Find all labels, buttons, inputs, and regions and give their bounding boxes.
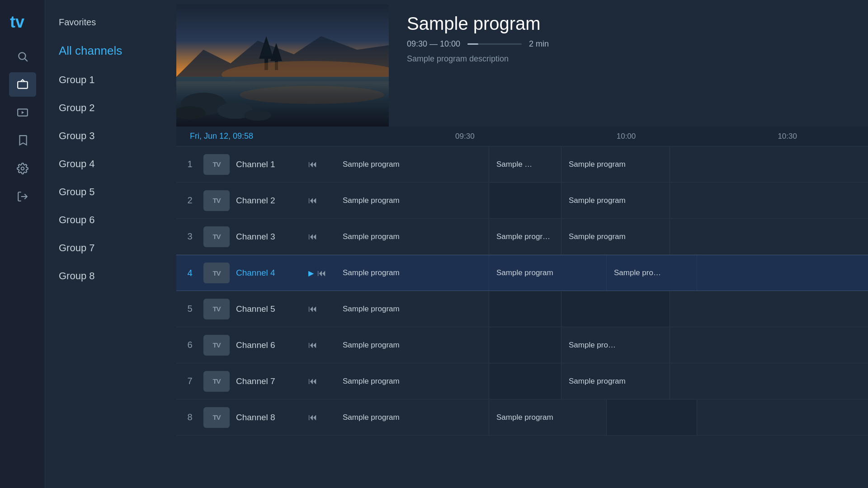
channel-name-4: Channel 4	[236, 268, 308, 278]
history-icon-2[interactable]: ⏮	[308, 195, 317, 206]
progress-bar-container	[467, 43, 522, 45]
history-icon-8[interactable]: ⏮	[308, 412, 317, 422]
channel-row-8[interactable]: 8 TV Channel 8 ⏮ Sample programSample pr…	[176, 399, 868, 436]
group4-item[interactable]: Group 4	[45, 150, 176, 178]
time-header: Fri, Jun 12, 09:58 09:30 10:00 10:30	[176, 127, 868, 146]
group5-item[interactable]: Group 5	[45, 178, 176, 206]
channel-number-5: 5	[176, 304, 203, 314]
epg-cell-2-3[interactable]: Sample program	[561, 183, 670, 218]
channel-row-6[interactable]: 6 TV Channel 6 ⏮ Sample programSample pr…	[176, 327, 868, 363]
channel-icons-8: ⏮	[308, 412, 335, 422]
epg-programs-3: Sample programSample progr…Sample progra…	[335, 219, 868, 254]
exit-nav-item[interactable]	[9, 184, 36, 209]
history-icon-4[interactable]: ⏮	[317, 268, 326, 278]
channel-icons-2: ⏮	[308, 195, 335, 206]
video-preview[interactable]	[176, 5, 389, 127]
time-slot-3: 10:30	[707, 132, 868, 141]
svg-point-24	[240, 86, 384, 104]
channel-row-2[interactable]: 2 TV Channel 2 ⏮ Sample programSample pr…	[176, 183, 868, 219]
svg-rect-3	[18, 82, 28, 89]
channel-row-1[interactable]: 1 TV Channel 1 ⏮ Sample programSample …S…	[176, 146, 868, 183]
program-duration: 2 min	[529, 39, 549, 49]
channel-row-7[interactable]: 7 TV Channel 7 ⏮ Sample programSample pr…	[176, 363, 868, 399]
channel-icons-5: ⏮	[308, 304, 335, 314]
app-logo[interactable]: tv	[9, 9, 36, 32]
group7-item[interactable]: Group 7	[45, 234, 176, 262]
channel-row-4[interactable]: 4 TV Channel 4 ▶ ⏮ Sample programSample …	[176, 255, 868, 291]
epg-empty-5-2	[489, 291, 561, 327]
epg-cell-7-3[interactable]: Sample program	[561, 364, 670, 399]
epg-cell-7-1[interactable]: Sample program	[335, 364, 489, 399]
epg-cell-4-3[interactable]: Sample pro…	[607, 255, 697, 291]
epg-cell-3-2[interactable]: Sample progr…	[489, 219, 561, 254]
epg-programs-2: Sample programSample program	[335, 183, 868, 218]
channel-number-8: 8	[176, 412, 203, 422]
channel-number-2: 2	[176, 195, 203, 206]
epg-cell-3-3[interactable]: Sample program	[561, 219, 670, 254]
program-time-row: 09:30 — 10:00 2 min	[407, 39, 850, 49]
channel-icons-7: ⏮	[308, 376, 335, 386]
channel-name-7: Channel 7	[236, 376, 308, 386]
channel-logo-1: TV	[203, 154, 230, 175]
history-icon-7[interactable]: ⏮	[308, 376, 317, 386]
epg-cell-6-1[interactable]: Sample program	[335, 328, 489, 363]
epg-cell-1-2[interactable]: Sample …	[489, 147, 561, 182]
bookmarks-nav-item[interactable]	[9, 128, 36, 153]
channel-number-3: 3	[176, 231, 203, 242]
epg-programs-1: Sample programSample …Sample program	[335, 147, 868, 182]
progress-bar-fill	[467, 43, 478, 45]
svg-line-2	[24, 59, 27, 61]
epg-cell-3-1[interactable]: Sample program	[335, 219, 489, 254]
epg-cell-5-1[interactable]: Sample program	[335, 291, 489, 327]
svg-marker-5	[21, 111, 24, 114]
epg-cell-1-3[interactable]: Sample program	[561, 147, 670, 182]
epg-cell-6-3[interactable]: Sample pro…	[561, 328, 670, 363]
epg-empty-6-2	[489, 328, 561, 363]
channel-list: 1 TV Channel 1 ⏮ Sample programSample …S…	[176, 146, 868, 488]
channel-groups-panel: Favorites All channels Group 1 Group 2 G…	[45, 0, 176, 488]
channel-logo-4: TV	[203, 263, 230, 283]
settings-nav-item[interactable]	[9, 156, 36, 181]
group1-item[interactable]: Group 1	[45, 66, 176, 94]
epg-cell-8-2[interactable]: Sample program	[489, 400, 607, 435]
epg-cell-2-1[interactable]: Sample program	[335, 183, 489, 218]
group6-item[interactable]: Group 6	[45, 206, 176, 234]
history-icon-3[interactable]: ⏮	[308, 231, 317, 242]
channel-row-5[interactable]: 5 TV Channel 5 ⏮ Sample program	[176, 291, 868, 327]
favorites-group-item[interactable]: Favorites	[45, 9, 176, 36]
top-preview-section: Sample program 09:30 — 10:00 2 min Sampl…	[176, 0, 868, 127]
group3-item[interactable]: Group 3	[45, 122, 176, 150]
channel-name-1: Channel 1	[236, 160, 308, 169]
history-icon-1[interactable]: ⏮	[308, 159, 317, 169]
channel-name-8: Channel 8	[236, 413, 308, 422]
epg-area: Fri, Jun 12, 09:58 09:30 10:00 10:30 1 T…	[176, 127, 868, 488]
channel-row-3[interactable]: 3 TV Channel 3 ⏮ Sample programSample pr…	[176, 219, 868, 255]
epg-cell-1-1[interactable]: Sample program	[335, 147, 489, 182]
epg-cell-4-1[interactable]: Sample program	[335, 255, 489, 291]
epg-cell-4-2[interactable]: Sample program	[489, 255, 607, 291]
main-content: Sample program 09:30 — 10:00 2 min Sampl…	[176, 0, 868, 488]
svg-point-6	[21, 167, 24, 170]
epg-programs-4: Sample programSample programSample pro…	[335, 255, 868, 291]
group8-item[interactable]: Group 8	[45, 262, 176, 290]
program-description: Sample program description	[407, 54, 850, 64]
recordings-nav-item[interactable]	[9, 100, 36, 125]
channel-icons-1: ⏮	[308, 159, 335, 169]
history-icon-6[interactable]: ⏮	[308, 340, 317, 350]
epg-empty-7-2	[489, 364, 561, 399]
sidebar: tv	[0, 0, 45, 488]
group2-item[interactable]: Group 2	[45, 94, 176, 122]
channel-number-4: 4	[176, 268, 203, 278]
channel-logo-5: TV	[203, 299, 230, 319]
svg-point-23	[244, 110, 271, 121]
live-tv-nav-item[interactable]	[9, 72, 36, 97]
channel-logo-3: TV	[203, 226, 230, 247]
history-icon-5[interactable]: ⏮	[308, 304, 317, 314]
epg-empty-2-2	[489, 183, 561, 218]
svg-text:tv: tv	[10, 13, 24, 29]
all-channels-group-item[interactable]: All channels	[45, 36, 176, 66]
time-slot-1: 09:30	[384, 132, 546, 141]
program-time: 09:30 — 10:00	[407, 39, 460, 49]
epg-cell-8-1[interactable]: Sample program	[335, 400, 489, 435]
search-nav-item[interactable]	[9, 44, 36, 69]
